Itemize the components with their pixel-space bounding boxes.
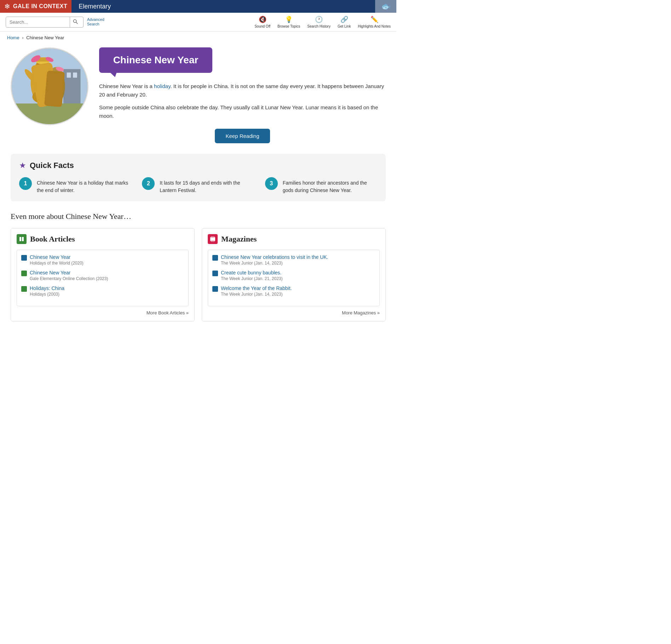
breadcrumb-home-link[interactable]: Home <box>7 35 19 40</box>
sound-off-icon: 🔇 <box>259 16 266 23</box>
book-article-source-3: Holidays (2003) <box>30 292 59 297</box>
hero-text-section: Chinese New Year Chinese New Year is a h… <box>99 47 386 143</box>
book-article-content-2: Chinese New Year Gale Elementary Online … <box>30 270 108 281</box>
hero-illustration <box>12 48 87 124</box>
magazine-content-1: Chinese New Year celebrations to visit i… <box>221 254 328 266</box>
book-article-item-3: Holidays: China Holidays (2003) <box>21 285 184 297</box>
magazines-footer: More Magazines » <box>208 306 380 315</box>
quick-fact-item-2: 2 It lasts for 15 days and ends with the… <box>142 177 254 194</box>
search-button[interactable] <box>70 17 81 27</box>
book-article-source-1: Holidays of the World (2020) <box>30 261 84 266</box>
magazine-link-3[interactable]: Welcome the Year of the Rabbit. <box>221 285 292 291</box>
svg-point-0 <box>73 19 76 22</box>
app-subtitle: Elementary <box>71 0 375 13</box>
magazines-header: Magazines <box>208 234 380 244</box>
magazine-source-2: The Week Junior (Jan. 21, 2023) <box>221 276 283 281</box>
magazine-item-3: Welcome the Year of the Rabbit. The Week… <box>212 285 375 297</box>
logo-text: GALE IN CONTEXT <box>13 3 67 10</box>
hero-image-placeholder <box>12 48 87 124</box>
book-icon <box>19 236 24 242</box>
header-decoration: 🐟 <box>375 0 396 13</box>
magazine-content-3: Welcome the Year of the Rabbit. The Week… <box>221 285 292 297</box>
quick-fact-number-1: 1 <box>19 177 32 190</box>
content-cards: Book Articles Chinese New Year Holidays … <box>11 228 386 321</box>
magazine-icon-1 <box>212 255 218 261</box>
magazine-source-3: The Week Junior (Jan. 14, 2023) <box>221 292 283 297</box>
search-input[interactable] <box>6 17 70 27</box>
main-content: Chinese New Year Chinese New Year is a h… <box>0 44 396 329</box>
highlights-notes-button[interactable]: ✏️ Highlights And Notes <box>358 16 391 28</box>
hero-image <box>11 47 88 125</box>
search-history-label: Search History <box>307 24 331 28</box>
book-articles-title: Book Articles <box>30 234 75 244</box>
search-history-button[interactable]: 🕐 Search History <box>307 16 331 28</box>
svg-rect-6 <box>12 104 87 124</box>
book-articles-card: Book Articles Chinese New Year Holidays … <box>11 228 195 321</box>
magazine-source-1: The Week Junior (Jan. 14, 2023) <box>221 261 283 266</box>
book-article-content-1: Chinese New Year Holidays of the World (… <box>30 254 84 266</box>
book-article-link-2[interactable]: Chinese New Year <box>30 270 108 275</box>
breadcrumb-separator: › <box>22 35 23 40</box>
book-article-icon-2 <box>21 271 27 276</box>
sound-off-label: Sound Off <box>254 24 270 28</box>
quick-facts-section: ★ Quick Facts 1 Chinese New Year is a ho… <box>11 154 386 201</box>
browse-topics-label: Browse Topics <box>277 24 300 28</box>
quick-fact-number-2: 2 <box>142 177 155 190</box>
quick-facts-list: 1 Chinese New Year is a holiday that mar… <box>19 177 377 194</box>
hero-section: Chinese New Year Chinese New Year is a h… <box>11 47 386 143</box>
book-article-icon-1 <box>21 255 27 261</box>
magazines-list: Chinese New Year celebrations to visit i… <box>208 250 380 306</box>
search-history-icon: 🕐 <box>315 16 323 23</box>
hero-paragraph-1: Chinese New Year is a holiday. It is for… <box>99 82 386 99</box>
svg-rect-4 <box>67 72 71 78</box>
magazines-title: Magazines <box>221 234 257 244</box>
search-icon <box>73 19 78 24</box>
svg-point-17 <box>48 69 65 103</box>
magazine-item-1: Chinese New Year celebrations to visit i… <box>212 254 375 266</box>
book-article-link-1[interactable]: Chinese New Year <box>30 254 84 260</box>
magazines-card: Magazines Chinese New Year celebrations … <box>202 228 386 321</box>
quick-fact-text-1: Chinese New Year is a holiday that marks… <box>37 177 131 194</box>
magazine-link-1[interactable]: Chinese New Year celebrations to visit i… <box>221 254 328 260</box>
book-article-icon-3 <box>21 286 27 292</box>
breadcrumb-current: Chinese New Year <box>26 35 64 40</box>
highlights-notes-label: Highlights And Notes <box>358 24 391 28</box>
magazine-icon-2 <box>212 271 218 276</box>
advanced-search-link[interactable]: AdvancedSearch <box>87 17 104 27</box>
svg-rect-21 <box>22 237 24 241</box>
quick-fact-text-2: It lasts for 15 days and ends with the L… <box>160 177 254 194</box>
browse-topics-button[interactable]: 💡 Browse Topics <box>277 16 300 28</box>
svg-rect-20 <box>19 237 21 241</box>
logo: ❄ GALE IN CONTEXT <box>0 0 71 13</box>
quick-fact-text-3: Families honor their ancestors and the g… <box>283 177 377 194</box>
nav-bar: AdvancedSearch 🔇 Sound Off 💡 Browse Topi… <box>0 13 396 31</box>
book-articles-header: Book Articles <box>17 234 189 244</box>
book-article-link-3[interactable]: Holidays: China <box>30 285 64 291</box>
get-link-button[interactable]: 🔗 Get Link <box>338 16 351 28</box>
magazine-item-2: Create cute bunny baubles. The Week Juni… <box>212 270 375 281</box>
quick-facts-title: Quick Facts <box>30 161 74 170</box>
get-link-label: Get Link <box>338 24 351 28</box>
keep-reading-button[interactable]: Keep Reading <box>215 129 270 143</box>
quick-facts-star-icon: ★ <box>19 161 26 170</box>
hero-title-banner: Chinese New Year <box>99 47 212 73</box>
search-container[interactable] <box>6 17 84 28</box>
quick-fact-number-3: 3 <box>265 177 278 190</box>
hero-paragraph-2: Some people outside China also celebrate… <box>99 103 386 120</box>
highlights-notes-icon: ✏️ <box>371 16 378 23</box>
magazine-icon-3 <box>212 286 218 292</box>
magazines-icon <box>208 234 218 244</box>
quick-facts-header: ★ Quick Facts <box>19 161 377 170</box>
browse-topics-icon: 💡 <box>285 16 293 23</box>
book-articles-icon <box>17 234 27 244</box>
sound-off-button[interactable]: 🔇 Sound Off <box>254 16 270 28</box>
breadcrumb: Home › Chinese New Year <box>0 31 396 44</box>
nav-actions: 🔇 Sound Off 💡 Browse Topics 🕐 Search His… <box>254 16 391 28</box>
more-book-articles-link[interactable]: More Book Articles » <box>147 310 189 315</box>
magazine-link-2[interactable]: Create cute bunny baubles. <box>221 270 283 275</box>
more-magazines-link[interactable]: More Magazines » <box>342 310 380 315</box>
holiday-link[interactable]: holiday <box>154 83 170 89</box>
book-article-content-3: Holidays: China Holidays (2003) <box>30 285 64 297</box>
header-top: ❄ GALE IN CONTEXT Elementary 🐟 <box>0 0 396 13</box>
svg-rect-5 <box>73 72 77 78</box>
